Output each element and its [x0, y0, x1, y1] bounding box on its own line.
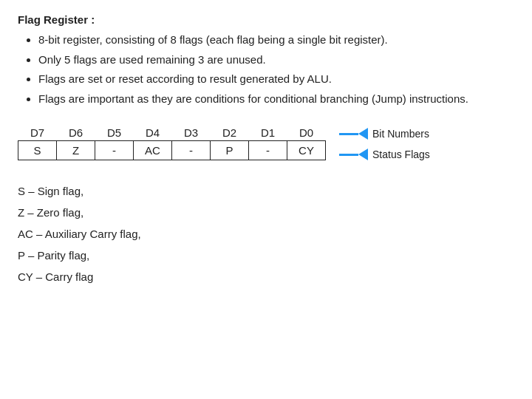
cell-s: S	[18, 141, 57, 160]
bullet-list: 8-bit register, consisting of 8 flags (e…	[18, 32, 514, 107]
col-header-d3: D3	[172, 123, 211, 141]
col-header-d4: D4	[134, 123, 172, 141]
bit-numbers-arrow	[339, 128, 368, 140]
cell-p: P	[211, 141, 249, 160]
col-header-d0: D0	[287, 123, 326, 141]
col-header-d7: D7	[18, 123, 57, 141]
table-header-row: D7 D6 D5 D4 D3 D2 D1 D0	[18, 123, 326, 141]
list-item: Only 5 flags are used remaining 3 are un…	[38, 52, 514, 69]
bit-numbers-annotation: Bit Numbers	[339, 123, 430, 144]
list-item: 8-bit register, consisting of 8 flags (e…	[38, 32, 514, 49]
list-item: Flags are important as they are conditio…	[38, 91, 514, 108]
legend-carry: CY – Carry flag	[18, 267, 514, 287]
cell-z: Z	[57, 141, 95, 160]
cell-dash2: -	[172, 141, 211, 160]
legend-sign: S – Sign flag,	[18, 181, 514, 201]
status-flags-label: Status Flags	[372, 149, 430, 160]
register-table: D7 D6 D5 D4 D3 D2 D1 D0 S Z - AC - P	[18, 123, 326, 160]
legend-zero: Z – Zero flag,	[18, 202, 514, 222]
cell-cy: CY	[287, 141, 326, 160]
cell-dash1: -	[95, 141, 134, 160]
annotations-block: Bit Numbers Status Flags	[339, 123, 430, 165]
table-row: S Z - AC - P - CY	[18, 141, 326, 160]
col-header-d2: D2	[211, 123, 249, 141]
cell-ac: AC	[134, 141, 172, 160]
status-flags-arrow	[339, 149, 368, 160]
flag-legend: S – Sign flag, Z – Zero flag, AC – Auxil…	[18, 181, 514, 287]
col-header-d1: D1	[249, 123, 287, 141]
legend-parity: P – Parity flag,	[18, 245, 514, 265]
cell-dash3: -	[249, 141, 287, 160]
page-title: Flag Register :	[18, 13, 514, 26]
list-item: Flags are set or reset according to resu…	[38, 71, 514, 88]
bit-numbers-label: Bit Numbers	[372, 128, 429, 140]
legend-aux-carry: AC – Auxiliary Carry flag,	[18, 224, 514, 244]
status-flags-annotation: Status Flags	[339, 144, 430, 165]
col-header-d6: D6	[57, 123, 95, 141]
col-header-d5: D5	[95, 123, 134, 141]
register-section: D7 D6 D5 D4 D3 D2 D1 D0 S Z - AC - P	[18, 123, 514, 165]
